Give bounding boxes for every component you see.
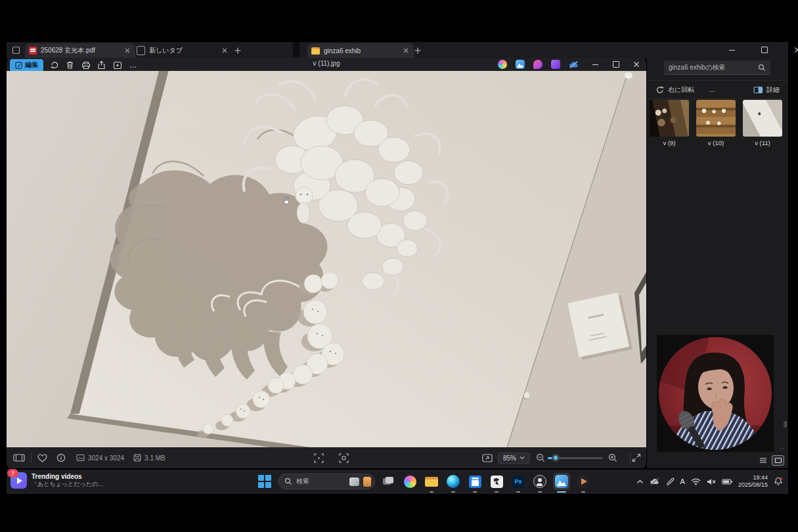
explorer-view-toggles <box>757 455 784 466</box>
photos-button[interactable] <box>553 473 570 490</box>
file-size: 3.1 MB <box>133 454 166 462</box>
explorer-search-input[interactable]: ginza6 exhibの検索 <box>664 60 770 75</box>
explorer-command-bar: 右に回転 … 詳細 <box>647 80 788 99</box>
wifi-icon[interactable] <box>691 478 701 485</box>
file-explorer-button[interactable] <box>423 473 440 490</box>
search-icon[interactable] <box>758 64 766 72</box>
favorite-heart-icon[interactable] <box>37 454 47 462</box>
designer-icon[interactable] <box>533 60 543 69</box>
battery-icon[interactable] <box>722 479 732 485</box>
tab-new[interactable]: 新しいタブ <box>133 43 233 58</box>
zoom-out-icon[interactable] <box>536 453 545 462</box>
trending-notification[interactable]: 7 Trending videos 「あとちょっとだったの… <box>11 472 104 489</box>
file-item[interactable]: v (10) <box>695 100 737 146</box>
rotate-right-icon <box>655 85 665 94</box>
onedrive-paused-icon[interactable] <box>650 477 660 485</box>
fullscreen-icon[interactable] <box>632 453 641 462</box>
ime-mode-indicator[interactable]: A <box>680 477 685 485</box>
tab-explorer-label: ginza6 exhib <box>324 47 398 55</box>
store-button[interactable] <box>466 473 483 490</box>
zoom-slider-handle[interactable] <box>552 454 560 462</box>
actual-size-icon[interactable] <box>339 453 349 463</box>
tab-close-icon[interactable] <box>123 47 131 55</box>
more-options-button[interactable]: … <box>128 60 138 70</box>
tab-close-icon[interactable] <box>221 47 229 55</box>
file-thumbnail[interactable] <box>650 100 689 137</box>
search-icon <box>284 477 292 485</box>
tab-explorer-folder[interactable]: ginza6 exhib <box>307 43 414 58</box>
tray-clock[interactable]: 19:44 2025/08/15 <box>738 474 768 489</box>
taskbar-center: 検索 Ps <box>256 473 592 490</box>
file-thumbnail[interactable] <box>743 100 782 137</box>
notification-title: Trending videos <box>32 473 104 481</box>
share-icon[interactable] <box>97 60 106 70</box>
maximize-button[interactable] <box>754 42 775 58</box>
page-icon <box>137 46 145 55</box>
file-name: v (10) <box>708 139 724 146</box>
edit-button[interactable]: 編集 <box>10 59 43 72</box>
photoshop-button[interactable]: Ps <box>510 473 527 490</box>
new-tab-button[interactable] <box>233 45 243 56</box>
notification-badge: 7 <box>7 469 18 477</box>
system-tray: A 19:44 2025/08/15 <box>636 472 783 491</box>
photo-viewer-canvas[interactable] <box>7 71 646 447</box>
file-item[interactable]: v (9) <box>648 100 690 146</box>
info-icon[interactable] <box>56 453 66 462</box>
details-toggle-button[interactable]: 詳細 <box>749 83 784 97</box>
media-player-button[interactable] <box>575 473 592 490</box>
pen-icon[interactable] <box>666 477 675 486</box>
thumbnail-view-icon[interactable] <box>772 455 784 466</box>
cloud-icon[interactable] <box>569 60 579 69</box>
chevron-down-icon <box>520 456 525 460</box>
start-button[interactable] <box>256 473 273 490</box>
file-thumbnail[interactable] <box>696 100 736 137</box>
photo-sculpture-exhibit <box>7 71 646 447</box>
volume-muted-icon[interactable] <box>707 478 716 485</box>
search-placeholder: 検索 <box>296 477 345 486</box>
filmstrip-toggle-icon[interactable] <box>13 453 25 462</box>
task-view-button[interactable] <box>380 473 397 490</box>
new-tab-button[interactable] <box>412 45 423 56</box>
photos-toolbar: 編集 … <box>10 58 138 72</box>
copilot-button[interactable] <box>401 473 418 490</box>
fit-to-window-icon[interactable] <box>314 453 324 463</box>
pencil-icon <box>15 62 22 69</box>
list-view-icon[interactable] <box>757 456 768 465</box>
photos-statusbar: 3024 x 3024 3.1 MB 85% <box>7 447 646 468</box>
tray-chevron-up-icon[interactable] <box>636 479 644 484</box>
minimize-button[interactable] <box>721 42 742 58</box>
zoom-level-dropdown[interactable]: 85% <box>498 453 530 464</box>
delete-icon[interactable] <box>65 60 75 70</box>
tab-pdf[interactable]: 250628 玄光本.pdf <box>25 43 135 58</box>
details-label: 詳細 <box>766 85 780 95</box>
screen-recorder-button[interactable] <box>531 473 548 490</box>
zoom-in-icon[interactable] <box>608 453 617 462</box>
minimize-button[interactable] <box>585 58 606 71</box>
rotate-right-button[interactable]: 右に回転 <box>651 83 699 97</box>
slideshow-icon[interactable] <box>112 60 122 70</box>
edge-button[interactable] <box>445 473 462 490</box>
tab-pdf-label: 250628 玄光本.pdf <box>41 46 120 55</box>
folder-icon <box>311 47 320 55</box>
taskbar-search-box[interactable]: 検索 <box>278 474 375 489</box>
zoom-slider[interactable] <box>548 453 603 462</box>
screen-fit-icon[interactable] <box>482 454 493 462</box>
tab-close-icon[interactable] <box>402 47 410 55</box>
tray-time: 19:44 <box>753 474 768 481</box>
rotate-icon[interactable] <box>49 60 59 70</box>
photos-app-icon[interactable] <box>516 60 525 69</box>
maximize-button[interactable] <box>606 58 626 71</box>
close-button[interactable] <box>787 42 798 58</box>
titlebar-app-icons <box>498 60 579 69</box>
close-button[interactable] <box>626 58 646 71</box>
photos-window-controls <box>585 58 646 71</box>
notification-bell-icon[interactable] <box>774 477 783 486</box>
file-name: v (11) <box>755 139 770 146</box>
clip-studio-button[interactable] <box>488 473 505 490</box>
more-commands-button[interactable]: … <box>704 84 720 95</box>
print-icon[interactable] <box>81 60 91 70</box>
tab-actions-icon[interactable] <box>12 46 20 55</box>
copilot-icon[interactable] <box>498 60 507 69</box>
clipchamp-icon[interactable] <box>551 60 560 69</box>
file-item[interactable]: v (11) <box>742 100 784 146</box>
